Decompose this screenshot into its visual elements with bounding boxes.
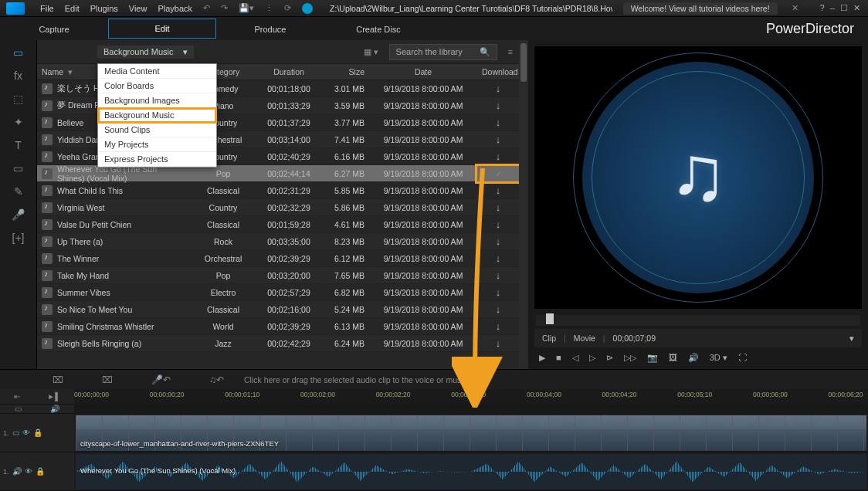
dropdown-item-2[interactable]: Background Images [98,93,216,108]
sidebar-room-4[interactable]: T [9,139,28,151]
library-row[interactable]: Take My HandPop00;03;20;007.65 MB9/19/20… [37,267,519,284]
download-icon[interactable]: ↓ [477,233,519,249]
track-audio-icon[interactable]: 🔊 [50,405,59,413]
library-row[interactable]: Virginia WestCountry00;02;32;295.86 MB9/… [37,199,519,216]
download-icon[interactable]: ↓ [477,182,519,198]
sidebar-room-8[interactable]: [+] [9,232,28,244]
timeline-marker-icon[interactable]: ►▌ [47,392,60,401]
track-header-1[interactable]: 1. ▭ 👁 🔒 [0,414,74,452]
dropdown-item-5[interactable]: My Projects [98,137,216,152]
preview-ctrl-6[interactable]: 📷 [647,353,658,363]
menu-playback[interactable]: Playback [158,4,192,13]
library-row[interactable]: So Nice To Meet YouClassical00;02;16;005… [37,301,519,318]
download-icon[interactable]: ↓ [477,301,519,317]
col-name[interactable]: Name [42,67,63,76]
view-grid-icon[interactable]: ▦ ▾ [364,47,378,57]
sidebar-room-0[interactable]: ▭ [9,46,28,59]
redo-icon[interactable]: ↷ [221,3,228,13]
save-icon[interactable]: 💾▾ [239,3,254,13]
dropdown-item-4[interactable]: Sound Clips [98,123,216,137]
menu-view[interactable]: View [129,4,147,13]
download-icon[interactable]: ↓ [477,216,519,232]
menu-icon[interactable]: ≡ [508,47,513,56]
sidebar-room-7[interactable]: 🎤 [9,208,28,221]
movie-mode-button[interactable]: Movie [574,334,595,343]
undo-icon[interactable]: ↶ [203,3,210,13]
clip-mode-button[interactable]: Clip [542,334,556,343]
welcome-banner[interactable]: Welcome! View all tutorial videos here! [623,2,778,15]
col-download[interactable]: Download [477,65,519,79]
eye-icon[interactable]: 👁 [22,428,30,437]
library-row[interactable]: What Child Is ThisClassical00;02;31;295.… [37,182,519,199]
preview-ctrl-3[interactable]: ▷ [589,353,595,363]
download-icon[interactable]: ↓ [477,114,519,130]
preview-scrubber[interactable] [536,315,860,326]
timeline-ruler[interactable]: 00;00;00;0000;00;00;2000;00;01;1000;00;0… [74,389,868,405]
tab-edit[interactable]: Edit [108,19,216,39]
col-size[interactable]: Size [320,65,369,79]
download-icon[interactable]: ↓ [477,199,519,215]
lock-icon[interactable]: 🔒 [36,467,45,476]
library-filter-dropdown[interactable]: Background Music ▾ [97,46,194,59]
library-row[interactable]: Wherever You Go (The Sun Shines) (Vocal … [37,165,519,182]
library-row[interactable]: Summer VibesElectro00;02;57;296.82 MB9/1… [37,284,519,301]
library-row[interactable]: Up There (a)Rock00;03;35;008.23 MB9/19/2… [37,233,519,250]
tab-produce[interactable]: Produce [216,17,324,40]
timeline-tool-0[interactable]: ⌧ [53,374,63,385]
col-duration[interactable]: Duration [258,65,320,79]
timeline-tool-1[interactable]: ⌧ [102,374,113,385]
lock-icon[interactable]: 🔒 [33,428,42,437]
tab-create-disc[interactable]: Create Disc [324,17,432,40]
download-icon[interactable]: ↓ [477,131,519,147]
sidebar-room-2[interactable]: ⬚ [9,93,28,105]
library-row[interactable]: The WinnerOrchestral00;02;39;296.12 MB9/… [37,250,519,267]
library-row[interactable]: Valse Du Petit ChienClassical00;01;59;28… [37,216,519,233]
menu-plugins[interactable]: Plugins [90,4,118,13]
track-header-2[interactable]: 1. 🔊 👁 🔒 [0,452,74,491]
audio-track[interactable]: Wherever You Go (The Sun Shines) (Vocal … [74,452,868,491]
preview-area[interactable]: ♫ [534,46,862,309]
preview-ctrl-9[interactable]: 3D ▾ [710,353,727,363]
timeline-tool-2[interactable]: 🎤↶ [151,374,171,385]
refresh-icon[interactable]: ⟳ [284,3,291,13]
preview-ctrl-4[interactable]: ⊳ [606,353,613,363]
download-icon[interactable]: ↓ [477,97,519,113]
preview-ctrl-7[interactable]: 🖼 [669,353,677,362]
eye-icon[interactable]: 👁 [25,467,32,476]
window-controls[interactable]: ? – ☐ ✕ [820,3,862,13]
download-check-icon[interactable]: ✓ [477,166,519,181]
quality-dropdown[interactable]: ▾ [849,334,854,343]
dropdown-item-1[interactable]: Color Boards [98,79,216,93]
preview-ctrl-2[interactable]: ◁ [572,353,578,363]
sidebar-room-3[interactable]: ✦ [9,116,28,128]
audio-clip[interactable]: Wherever You Go (The Sun Shines) (Vocal … [76,454,866,489]
video-track[interactable]: cityscape-of-lower_manhattan-and-river-w… [74,414,868,452]
tab-capture[interactable]: Capture [0,17,108,40]
video-clip[interactable]: cityscape-of-lower_manhattan-and-river-w… [76,415,866,451]
sidebar-room-5[interactable]: ▭ [9,162,28,174]
globe-icon[interactable] [302,3,313,14]
timeline-goto-start-icon[interactable]: ⇤ [14,392,20,401]
preview-ctrl-5[interactable]: ▷▷ [624,353,636,363]
download-icon[interactable]: ↓ [477,267,519,283]
col-date[interactable]: Date [369,65,477,79]
download-icon[interactable]: ↓ [477,148,519,164]
close-banner-icon[interactable]: ✕ [792,3,798,13]
download-icon[interactable]: ↓ [477,318,519,334]
preview-ctrl-0[interactable]: ▶ [539,353,545,363]
download-icon[interactable]: ↓ [477,80,519,97]
dropdown-item-6[interactable]: Express Projects [98,152,216,167]
timeline-tool-3[interactable]: ♫↶ [209,374,224,385]
download-icon[interactable]: ↓ [477,284,519,300]
menu-edit[interactable]: Edit [65,4,80,13]
search-input[interactable]: Search the library 🔍 [389,44,497,60]
sidebar-room-1[interactable]: fx [9,69,28,82]
preview-ctrl-1[interactable]: ■ [556,353,561,362]
download-icon[interactable]: ↓ [477,250,519,266]
menu-file[interactable]: File [40,4,54,13]
preview-ctrl-8[interactable]: 🔊 [688,353,699,363]
download-icon[interactable]: ↓ [477,335,519,351]
preview-ctrl-10[interactable]: ⛶ [738,353,747,362]
library-scrollbar[interactable] [519,40,528,369]
sidebar-room-6[interactable]: ✎ [9,185,28,198]
